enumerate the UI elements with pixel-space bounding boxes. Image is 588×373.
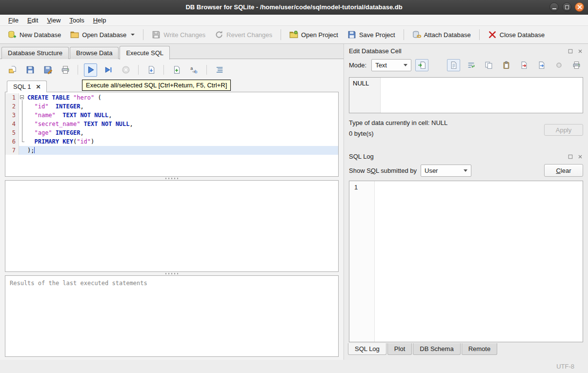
auto-format-button[interactable] [213, 63, 226, 77]
execute-all-button[interactable] [84, 63, 97, 77]
save-results-icon [147, 65, 156, 74]
chevron-down-icon [404, 64, 407, 66]
paste-cell-button[interactable] [500, 59, 513, 71]
print-cell-button[interactable] [570, 59, 583, 71]
float-dock-button[interactable] [568, 48, 573, 54]
sql-editor[interactable]: 1CREATE TABLE "hero" (2 "id" INTEGER,3 "… [5, 92, 339, 177]
sql-toolbar: ab [3, 61, 341, 79]
print-sql-button[interactable] [59, 63, 72, 77]
open-new-tab-button[interactable] [170, 63, 183, 77]
close-button[interactable] [575, 2, 584, 12]
results-message-panel: Results of the last executed statements [5, 275, 339, 357]
fold-marker[interactable] [19, 93, 26, 102]
splitter-handle[interactable] [3, 177, 341, 180]
text-view-button[interactable] [447, 59, 460, 71]
sql-log-view[interactable]: 1 [349, 181, 583, 342]
copy-icon [485, 61, 493, 69]
float-icon [568, 154, 573, 160]
splitter-handle[interactable] [3, 272, 341, 275]
export-binary-button[interactable] [535, 59, 548, 71]
app-window: DB Browser for SQLite - /home/user/code/… [0, 0, 588, 373]
attach-database-button[interactable]: Attach Database [408, 28, 475, 41]
dropdown-arrow-icon[interactable] [131, 34, 135, 36]
mode-select[interactable]: Text [371, 59, 411, 71]
tab-execute-sql[interactable]: Execute SQL [120, 46, 170, 60]
close-icon [577, 5, 582, 9]
copy-cell-button[interactable] [482, 59, 495, 71]
mode-value: Text [375, 62, 387, 69]
main-panel: Database StructureBrowse DataExecute SQL… [0, 44, 344, 360]
tab-browse-data[interactable]: Browse Data [70, 47, 119, 59]
log-line-number: 1 [349, 181, 375, 342]
title-bar[interactable]: DB Browser for SQLite - /home/user/code/… [0, 0, 588, 15]
import-from-file-button[interactable] [415, 59, 428, 71]
open-sql-file-button[interactable] [6, 63, 19, 77]
code-line: 6 PRIMARY KEY("id") [5, 137, 338, 146]
find-replace-button[interactable]: ab [187, 63, 201, 77]
apply-button[interactable]: Apply [544, 124, 583, 136]
export-text-button[interactable] [517, 59, 530, 71]
minimize-button[interactable] [549, 2, 559, 12]
doc-text-icon [449, 61, 458, 69]
save-results-button[interactable] [144, 63, 158, 77]
new-database-button[interactable]: New Database [4, 28, 65, 41]
revert-changes-button[interactable]: Revert Changes [211, 28, 276, 41]
fold-marker [19, 137, 26, 146]
menu-file[interactable]: File [4, 15, 23, 25]
log-filter-select[interactable]: User [421, 165, 471, 177]
fold-marker [19, 120, 26, 128]
dock-tab-db-schema[interactable]: DB Schema [413, 343, 460, 355]
save-sql-file-button[interactable] [23, 63, 37, 77]
text-cursor [34, 147, 35, 153]
dock-tab-plot[interactable]: Plot [387, 343, 412, 355]
doc-arrow-blue-icon [537, 61, 546, 69]
save-project-button[interactable]: Save Project [344, 28, 399, 41]
sql-log-header: SQL Log [344, 149, 588, 161]
dock-tab-remote[interactable]: Remote [462, 343, 498, 355]
set-null-button[interactable] [552, 59, 566, 71]
stop-execution-button[interactable] [119, 63, 132, 77]
execute-current-line-icon [104, 65, 113, 74]
open-sql-file-icon [8, 65, 17, 74]
menu-edit[interactable]: Edit [23, 15, 42, 25]
close-dock-button[interactable] [577, 154, 583, 160]
sql-log-filter-row: Show SQL submitted by User Clear [344, 161, 588, 180]
maximize-button[interactable] [562, 2, 571, 12]
close-dock-button[interactable] [577, 48, 583, 54]
sql-tab[interactable]: SQL 1 ✕ [7, 81, 47, 92]
save-sql-as-icon [43, 65, 52, 74]
close-tab-icon[interactable]: ✕ [36, 84, 41, 90]
toolbar-separator [479, 29, 480, 40]
line-number: 5 [5, 128, 19, 137]
main-toolbar: New DatabaseOpen DatabaseWrite ChangesRe… [0, 26, 588, 44]
paste-icon [502, 61, 510, 69]
fold-marker [19, 102, 26, 111]
cell-editor[interactable]: NULL [349, 77, 583, 113]
tab-database-structure[interactable]: Database Structure [1, 47, 69, 59]
clear-button[interactable]: Clear [544, 164, 583, 177]
write-changes-button[interactable]: Write Changes [148, 28, 209, 41]
dock-tab-sql-log[interactable]: SQL Log [348, 343, 386, 355]
toolbar-separator [206, 65, 207, 75]
code-line: 1CREATE TABLE "hero" ( [5, 93, 338, 102]
toolbar-separator [281, 29, 281, 40]
dock-tab-bar: SQL LogPlotDB SchemaRemote [344, 343, 588, 358]
log-content [375, 181, 583, 342]
save-sql-file-icon [26, 65, 35, 74]
line-number: 3 [5, 111, 19, 120]
open-database-button[interactable]: Open Database [66, 28, 139, 41]
open-project-button[interactable]: Open Project [285, 28, 342, 41]
menu-view[interactable]: View [42, 15, 65, 25]
execute-current-line-button[interactable] [101, 63, 115, 77]
fold-marker [19, 111, 26, 120]
save-sql-as-button[interactable] [41, 63, 54, 77]
menu-help[interactable]: Help [89, 15, 111, 25]
edit-cell-toolbar: Mode: Text [344, 56, 588, 74]
float-dock-button[interactable] [568, 154, 573, 160]
filter-label: Show SQL submitted by [349, 167, 417, 174]
word-wrap-button[interactable] [465, 59, 478, 71]
close-database-button[interactable]: Close Database [484, 28, 549, 41]
db-close-icon [488, 30, 497, 39]
menu-tools[interactable]: Tools [65, 15, 88, 25]
toolbar-separator [78, 65, 78, 75]
